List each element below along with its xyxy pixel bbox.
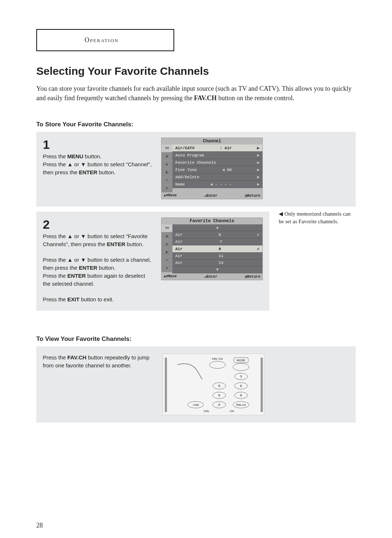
osd1-row-4: Add/Delete▶ — [172, 174, 262, 181]
step1-b: button. — [83, 153, 102, 159]
side-note: ◀ Only memorized channels can be set as … — [279, 210, 356, 316]
step2-g: Press the — [43, 296, 68, 302]
remote-5: 5 — [218, 384, 220, 388]
osd1-foot-move: ▲▼Move — [164, 193, 177, 198]
remote-illustration: FAV. CH MODE 3 5 6 8 9 +100 0 PRE-CH VOL… — [163, 354, 264, 415]
step1-enter: ENTER — [79, 169, 97, 175]
step1-d: button. — [97, 169, 115, 175]
osd1-r5-r: ▶ — [257, 182, 260, 187]
remote-vol: VOL — [204, 409, 210, 413]
view-favch: FAV.CH — [68, 354, 87, 360]
osd1-r4-r: ▶ — [257, 175, 260, 179]
osd2-r1-l: Air — [175, 233, 183, 237]
step-2-text: Press the ▲ or ▼ button to select "Favor… — [43, 232, 152, 303]
intro-paragraph: You can store your favorite channels for… — [36, 84, 356, 103]
osd2-foot-return: ▥Return — [245, 274, 260, 279]
osd2-row-down: ▼ — [172, 266, 262, 273]
step2-enter3: ENTER — [68, 273, 86, 279]
remote-3: 3 — [240, 375, 242, 378]
osd-tab-6: ⚙ — [162, 184, 172, 192]
osd1-r4-l: Add/Delete — [175, 175, 199, 179]
step-2-block: 2 Press the ▲ or ▼ button to select "Fav… — [36, 212, 269, 311]
osd-channel: Channel TV ▤ ◐ ◧ ✕ ⚙ Air/CATV: Air▶ Auto… — [161, 138, 263, 199]
intro-text-2: button on the remote control. — [217, 94, 294, 102]
osd1-r0-m: : Air — [220, 146, 232, 150]
step-1-number: 1 — [43, 138, 152, 152]
osd2-footer: ▲▼Move ↵Enter ▥Return — [162, 273, 262, 280]
osd-tab-tv: TV — [162, 144, 172, 152]
osd2-tab-6: ⚙ — [162, 264, 172, 272]
step-1-text: Press the MENU button. Press the ▲ or ▼ … — [43, 152, 152, 176]
remote-mode-label: MODE — [237, 359, 245, 362]
step1-a: Press the — [43, 153, 68, 159]
view-step-block: Press the FAV.CH button repeatedly to ju… — [36, 346, 356, 423]
step1-menu: MENU — [68, 153, 83, 159]
step-1-left: 1 Press the MENU button. Press the ▲ or … — [43, 138, 152, 199]
section-header: Operation — [36, 29, 174, 51]
osd2-foot-move: ▲▼Move — [164, 274, 177, 279]
remote-favch-label: FAV. CH — [212, 357, 223, 360]
osd2-r4-l: Air — [175, 254, 183, 258]
osd1-title: Channel — [162, 138, 262, 144]
osd1-row-1: Auto Program▶ — [172, 152, 262, 159]
osd-tab-5: ✕ — [162, 176, 172, 184]
osd1-r1-r: ▶ — [257, 153, 260, 158]
osd1-row-0: Air/CATV: Air▶ — [172, 144, 262, 152]
osd1-foot-return: ▥Return — [245, 193, 260, 198]
view-step-text: Press the FAV.CH button repeatedly to ju… — [43, 354, 152, 370]
osd2-row-3: Air9✔ — [172, 245, 262, 253]
osd1-r0-l: Air/CATV — [175, 146, 195, 150]
osd2-r2-l: Air — [175, 240, 183, 244]
osd1-r2-l: Favorite Channels — [175, 160, 216, 165]
osd2-tab-4: ◧ — [162, 248, 172, 256]
remote-8: 8 — [218, 394, 220, 397]
osd2-row-5: Air13 — [172, 260, 262, 266]
osd1-r1-l: Auto Program — [175, 153, 204, 158]
step-2-osd: Favorite Channels TV ▤ ◐ ◧ ✕ ⚙ ▲ Air6✔ A… — [161, 217, 263, 303]
osd2-r1-m: 6 — [219, 233, 221, 237]
remote-9: 9 — [240, 394, 242, 397]
osd2-r3-m: 9 — [219, 247, 221, 251]
osd2-tabs: TV ▤ ◐ ◧ ✕ ⚙ — [162, 224, 172, 273]
osd-favorite: Favorite Channels TV ▤ ◐ ◧ ✕ ⚙ ▲ Air6✔ A… — [161, 217, 263, 280]
osd2-rows: ▲ Air6✔ Air7 Air9✔ Air11 Air13 ▼ — [172, 224, 262, 273]
remote-prech: PRE-CH — [236, 404, 246, 406]
osd2-tab-2: ▤ — [162, 232, 172, 240]
osd1-r0-r: ▶ — [257, 146, 260, 150]
osd1-r3-r: ▶ — [257, 167, 260, 172]
osd1-r5-m: ◀ - - - - — [210, 182, 232, 187]
step-2-number: 2 — [43, 217, 152, 232]
step2-h: button to exit. — [79, 296, 114, 302]
osd1-r3-m: ◀ 00 — [222, 167, 232, 172]
osd2-row-up: ▲ — [172, 224, 262, 231]
step-1-block: 1 Press the MENU button. Press the ▲ or … — [36, 132, 356, 207]
step-2-left: 2 Press the ▲ or ▼ button to select "Fav… — [43, 217, 152, 303]
osd-tab-3: ◐ — [162, 160, 172, 168]
view-a: Press the — [43, 354, 68, 360]
remote-ch: CH — [230, 409, 234, 413]
step2-enter1: ENTER — [107, 241, 125, 247]
osd1-r5-l: Name — [175, 182, 185, 187]
osd2-title: Favorite Channels — [162, 218, 262, 224]
osd2-row-1: Air6✔ — [172, 231, 262, 239]
page-title: Selecting Your Favorite Channels — [36, 65, 356, 77]
step2-exit: EXIT — [68, 296, 79, 302]
svg-point-2 — [209, 361, 225, 368]
osd1-row-2: Favorite Channels▶ — [172, 159, 262, 166]
osd1-row-3: Fine Tune◀ 00▶ — [172, 166, 262, 174]
osd2-r1-r: ✔ — [257, 232, 260, 237]
intro-favch: FAV.CH — [194, 94, 217, 102]
osd-tab-4: ◧ — [162, 168, 172, 176]
osd1-tabs: TV ▤ ◐ ◧ ✕ ⚙ — [162, 144, 172, 192]
osd1-foot-enter: ↵Enter — [204, 193, 217, 198]
osd2-r2-m: 7 — [220, 240, 222, 244]
osd2-foot-enter: ↵Enter — [204, 274, 217, 279]
store-heading: To Store Your Favorite Channels: — [36, 121, 356, 128]
remote-6: 6 — [240, 384, 242, 388]
step-1-osd: Channel TV ▤ ◐ ◧ ✕ ⚙ Air/CATV: Air▶ Auto… — [161, 138, 263, 199]
osd1-r3-l: Fine Tune — [175, 168, 197, 172]
remote-100: +100 — [192, 403, 199, 407]
osd1-footer: ▲▼Move ↵Enter ▥Return — [162, 192, 262, 199]
osd2-r3-l: Air — [175, 247, 183, 251]
osd2-r4-m: 11 — [219, 254, 223, 258]
